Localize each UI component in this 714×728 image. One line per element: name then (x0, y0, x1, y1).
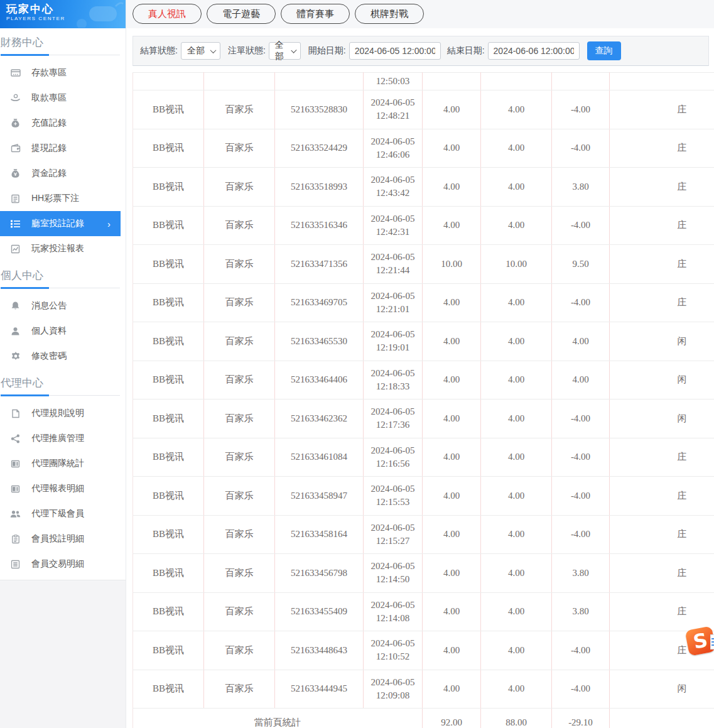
table-row: BB视讯百家乐5216334644062024-06-0512:18:334.0… (133, 361, 714, 399)
sidebar-item-label: 修改密碼 (31, 350, 67, 362)
order-status-select[interactable]: 全部 (269, 42, 301, 60)
cell-valid-amount: 4.00 (481, 168, 552, 207)
cell-game: 百家乐 (204, 206, 275, 245)
cell-platform: BB视讯 (133, 206, 204, 245)
cell-order-no: 521633456798 (275, 554, 364, 593)
person-icon (10, 326, 21, 337)
cell-time: 12:18:33 (376, 381, 409, 391)
sidebar-item-代理團隊統計[interactable]: 代理團隊統計 (0, 451, 126, 476)
cell-result: 闲 (610, 361, 714, 399)
sidebar-item-消息公告[interactable]: 消息公告 (0, 293, 126, 318)
cell-valid-amount: 4.00 (481, 322, 552, 361)
sidebar-item-修改密碼[interactable]: 修改密碼 (0, 344, 126, 369)
table-row: BB视讯百家乐5216334589472024-06-0512:15:534.0… (133, 477, 714, 516)
table-row: BB视讯百家乐5216335244292024-06-0512:46:064.0… (133, 129, 714, 168)
sidebar-item-存款專區[interactable]: 存款專區 (0, 60, 126, 85)
sidebar-item-label: 提現記錄 (31, 143, 67, 154)
clipboard-icon (10, 534, 21, 545)
cell-datetime: 2024-06-0512:14:08 (364, 592, 423, 631)
cell-time: 12:48:21 (376, 111, 409, 121)
id-card-icon (10, 459, 21, 469)
settle-status-select[interactable]: 全部 (181, 42, 220, 60)
cell-platform: BB视讯 (133, 631, 204, 670)
cell-game: 百家乐 (204, 477, 275, 516)
sidebar-item-個人資料[interactable]: 個人資料 (0, 318, 126, 344)
logo-subtitle: PLAYERS CENTER (6, 16, 126, 21)
filter-bar: 結算狀態: 全部 注單狀態: 全部 開始日期: 結束日期: 查詢 (133, 36, 709, 66)
sidebar-section-title: 個人中心 (1, 268, 126, 284)
tab-1[interactable]: 真人視訊 (133, 4, 202, 24)
table-row: BB视讯百家乐5216334655302024-06-0512:19:014.0… (133, 322, 714, 361)
end-date-input[interactable] (488, 42, 580, 60)
cell-time: 12:21:01 (376, 304, 409, 314)
cell-order-no: 521633528830 (275, 90, 364, 129)
cell-platform: BB视讯 (133, 168, 204, 207)
sidebar-item-label: 取款專區 (31, 92, 67, 104)
sidebar-item-玩家投注報表[interactable]: 玩家投注報表 (0, 236, 126, 261)
cell-winloss: -4.00 (552, 631, 610, 670)
footer-bet-total: 92.00 (423, 709, 481, 728)
chevron-down-icon (210, 47, 216, 53)
end-date-label: 結束日期: (447, 45, 485, 57)
list-box-icon (10, 559, 21, 570)
table-row: BB视讯百家乐5216334567982024-06-0512:14:504.0… (133, 554, 714, 593)
tab-3[interactable]: 體育賽事 (281, 4, 350, 24)
cell-time: 12:14:50 (376, 574, 409, 584)
sidebar-item-代理報表明細[interactable]: 代理報表明細 (0, 476, 126, 501)
cell-game: 百家乐 (204, 399, 275, 438)
chevron-down-icon (291, 47, 296, 53)
sidebar-item-代理下級會員[interactable]: 代理下級會員 (0, 501, 126, 526)
start-date-input[interactable] (349, 42, 441, 60)
sidebar-item-取款專區[interactable]: 取款專區 (0, 85, 126, 111)
cell-datetime: 2024-06-0512:17:36 (364, 399, 423, 438)
order-status-label: 注單狀態: (228, 45, 266, 57)
sidebar-item-會員投註明細[interactable]: 會員投註明細 (0, 526, 126, 551)
sidebar-section-items: 存款專區取款專區充值記錄提現記錄資金記錄HH彩票下注廳室投註記錄›玩家投注報表 (0, 60, 126, 261)
footer-winloss-total: -29.10 (552, 709, 610, 728)
withdraw-hand-icon (10, 93, 21, 104)
bet-records-table: 12:50:03BB视讯百家乐5216335288302024-06-0512:… (133, 72, 714, 728)
cell-date: 2024-06-05 (371, 523, 415, 533)
cell-winloss: -4.00 (552, 438, 610, 477)
sidebar-item-HH彩票下注[interactable]: HH彩票下注 (0, 186, 126, 211)
cell-empty (423, 73, 481, 90)
sidebar-item-廳室投註記錄[interactable]: 廳室投註記錄› (0, 211, 121, 236)
sogou-ime-toolbar-edge (710, 634, 714, 649)
tab-2[interactable]: 電子遊藝 (207, 4, 276, 24)
cell-valid-amount: 4.00 (481, 206, 552, 245)
table-row-partial: 12:50:03 (133, 73, 714, 90)
sidebar-item-代理推廣管理[interactable]: 代理推廣管理 (0, 426, 126, 451)
table-row: BB视讯百家乐5216334554092024-06-0512:14:084.0… (133, 592, 714, 631)
cell-valid-amount: 4.00 (481, 515, 552, 554)
cell-order-no: 521633464406 (275, 361, 364, 399)
cell-bet-amount: 4.00 (423, 90, 481, 129)
cell-result: 闲 (610, 322, 714, 361)
sidebar-item-label: 資金記錄 (31, 168, 67, 179)
doc-icon (10, 408, 21, 419)
cell-winloss: -4.00 (552, 399, 610, 438)
search-button[interactable]: 查詢 (587, 41, 621, 60)
cell-platform: BB视讯 (133, 438, 204, 477)
bell-icon (10, 301, 21, 312)
sidebar-item-會員交易明細[interactable]: 會員交易明細 (0, 551, 126, 577)
cell-order-no: 521633471356 (275, 245, 364, 284)
sidebar-section-title: 財務中心 (1, 35, 126, 51)
sidebar-item-提現記錄[interactable]: 提現記錄 (0, 136, 126, 161)
cell-game: 百家乐 (204, 361, 275, 399)
cell-bet-amount: 4.00 (423, 283, 481, 322)
tab-4[interactable]: 棋牌對戰 (355, 4, 424, 24)
cell-platform: BB视讯 (133, 283, 204, 322)
cell-bet-amount: 4.00 (423, 515, 481, 554)
cell-platform: BB视讯 (133, 515, 204, 554)
cell-winloss: -4.00 (552, 283, 610, 322)
cell-order-no: 521633461084 (275, 438, 364, 477)
sidebar-item-資金記錄[interactable]: 資金記錄 (0, 161, 126, 186)
settle-status-value: 全部 (187, 45, 205, 57)
cell-date: 2024-06-05 (371, 291, 415, 301)
sidebar-item-代理規則說明[interactable]: 代理規則說明 (0, 401, 126, 426)
cell-bet-amount: 4.00 (423, 631, 481, 670)
cell-order-no: 521633518993 (275, 168, 364, 207)
table-row: BB视讯百家乐5216334610842024-06-0512:16:564.0… (133, 438, 714, 477)
sidebar-item-充值記錄[interactable]: 充值記錄 (0, 111, 126, 136)
cell-result: 庄 (610, 206, 714, 245)
